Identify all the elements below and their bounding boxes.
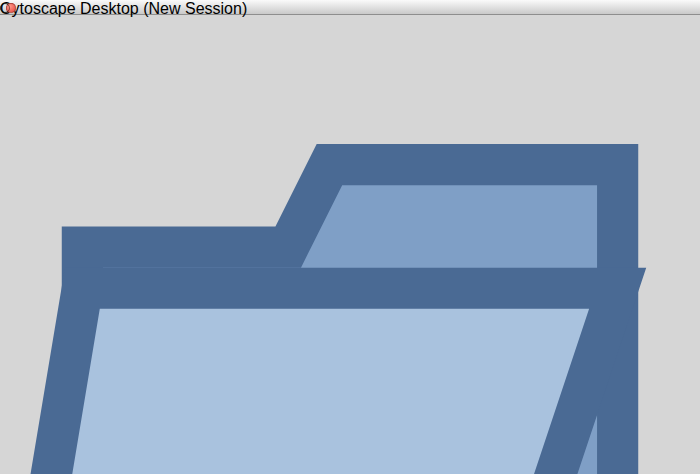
cytoscape-app: Cytoscape Desktop (New Session) Search:: [0, 0, 700, 474]
window-title: Cytoscape Desktop (New Session): [0, 0, 700, 18]
zoom-network-window-button[interactable]: [0, 3, 10, 13]
main-toolbar: Search: ▾: [0, 0, 700, 474]
window-titlebar: Cytoscape Desktop (New Session): [0, 0, 700, 15]
